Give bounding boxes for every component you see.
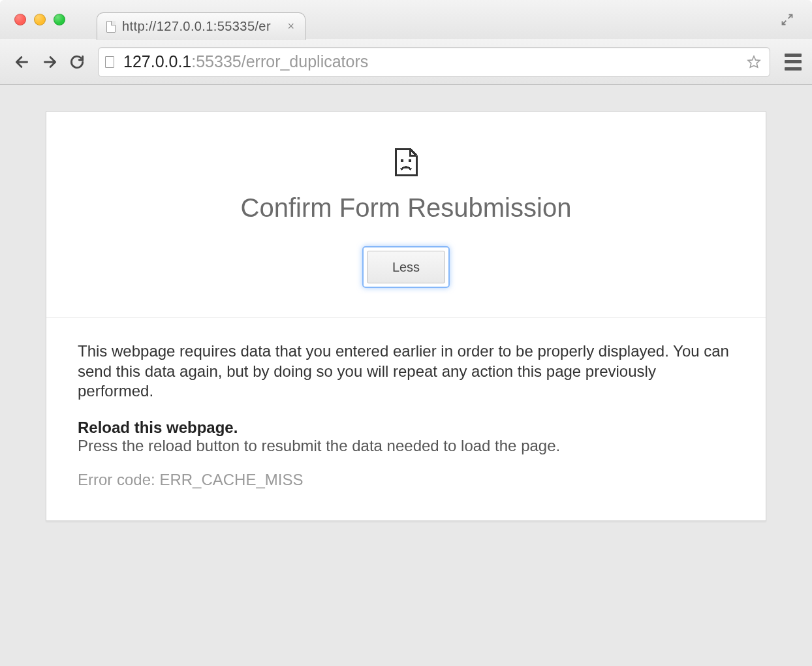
menu-button[interactable] <box>779 54 802 71</box>
reload-button[interactable] <box>65 50 89 74</box>
forward-button[interactable] <box>38 50 61 74</box>
reload-subtext: Press the reload button to resubmit the … <box>78 437 734 455</box>
bookmark-star-icon[interactable] <box>745 53 763 71</box>
browser-window: http://127.0.0.1:55335/er × 127.0.0.1:55… <box>0 0 812 666</box>
error-card: Confirm Form Resubmission Less This webp… <box>46 111 766 521</box>
less-button[interactable]: Less <box>367 251 445 283</box>
window-zoom-button[interactable] <box>54 14 65 25</box>
titlebar: http://127.0.0.1:55335/er × <box>0 0 812 39</box>
traffic-lights <box>5 14 70 25</box>
url-text: 127.0.0.1:55335/error_duplicators <box>123 52 368 71</box>
svg-rect-3 <box>409 159 411 162</box>
browser-tab[interactable]: http://127.0.0.1:55335/er × <box>97 12 305 40</box>
explanation-text: This webpage requires data that you ente… <box>78 341 734 402</box>
address-bar[interactable]: 127.0.0.1:55335/error_duplicators <box>98 47 770 77</box>
back-button[interactable] <box>10 50 34 74</box>
tab-title: http://127.0.0.1:55335/er <box>122 19 279 34</box>
expand-icon[interactable] <box>781 13 794 26</box>
window-minimize-button[interactable] <box>34 14 46 25</box>
error-code: Error code: ERR_CACHE_MISS <box>78 471 734 489</box>
reload-heading: Reload this webpage. <box>78 419 238 436</box>
window-close-button[interactable] <box>14 14 26 25</box>
svg-rect-2 <box>401 159 403 162</box>
file-icon <box>105 56 114 68</box>
file-icon <box>106 21 116 33</box>
sad-file-icon <box>394 148 418 179</box>
tab-close-icon[interactable]: × <box>286 20 296 33</box>
url-port: :55335 <box>191 52 241 71</box>
url-path: /error_duplicators <box>242 52 369 71</box>
reload-paragraph: Reload this webpage. Press the reload bu… <box>78 419 734 455</box>
card-header: Confirm Form Resubmission Less <box>46 112 766 318</box>
card-body: This webpage requires data that you ente… <box>46 318 766 520</box>
less-button-wrap: Less <box>362 246 450 288</box>
toolbar: 127.0.0.1:55335/error_duplicators <box>0 39 812 85</box>
url-host: 127.0.0.1 <box>123 52 191 71</box>
viewport: Confirm Form Resubmission Less This webp… <box>0 85 812 666</box>
focus-ring: Less <box>362 246 450 288</box>
tabstrip: http://127.0.0.1:55335/er × <box>97 0 305 39</box>
page-title: Confirm Form Resubmission <box>72 193 740 223</box>
